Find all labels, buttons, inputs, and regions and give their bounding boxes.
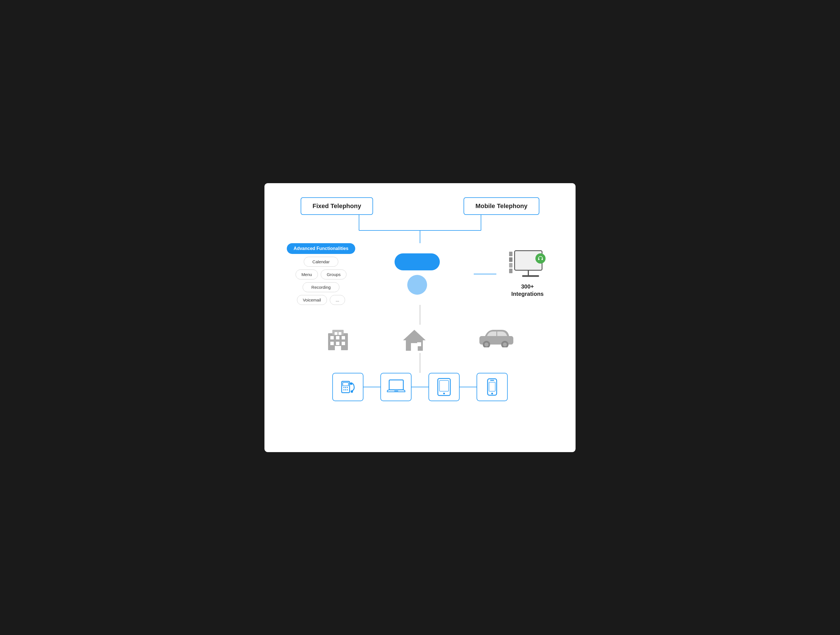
monitor-base [522,275,539,277]
adv-calendar-row: Calendar [304,257,339,267]
svg-point-22 [503,342,507,347]
monitor-screen [514,250,542,271]
chip-recording[interactable]: Recording [303,282,339,292]
adv-recording-row: Recording [303,282,339,292]
svg-rect-9 [336,342,339,345]
book-1 [509,252,513,256]
tablet-icon [437,378,452,396]
svg-rect-41 [489,382,495,391]
device-row [281,373,559,401]
svg-point-27 [347,387,348,388]
svg-rect-17 [417,342,421,346]
location-car [478,328,515,353]
fixed-telephony-label: Fixed Telephony [313,203,361,209]
svg-rect-33 [389,380,403,390]
chip-calendar[interactable]: Calendar [304,257,339,267]
monitor-container [509,250,546,280]
svg-rect-8 [330,342,334,345]
adv-menu-groups-row: Menu Groups [295,269,347,279]
chip-more[interactable]: ... [330,295,345,305]
device-mobile-phone [477,373,508,401]
svg-rect-13 [335,332,338,335]
svg-rect-34 [394,391,398,391]
right-section: 300+ Integrations [474,250,559,298]
svg-point-28 [343,389,344,390]
location-home [402,328,427,353]
headphone-icon [537,255,543,261]
middle-section: Advanced Functionalities Calendar Menu G… [281,243,559,305]
svg-rect-6 [336,336,339,339]
device-laptop [381,373,412,401]
svg-rect-37 [439,380,448,391]
integration-label: 300+ Integrations [512,283,543,298]
device-tablet [428,373,459,401]
chip-groups[interactable]: Groups [321,269,346,279]
integration-box: 300+ Integrations [496,250,559,298]
location-row [281,328,559,353]
adv-panel: Advanced Functionalities Calendar Menu G… [281,243,361,305]
svg-rect-31 [350,382,352,385]
svg-rect-14 [339,332,341,335]
device-connector-3 [459,387,477,387]
svg-rect-12 [332,330,344,335]
location-office [325,328,351,353]
svg-rect-32 [351,390,353,393]
blue-pill [395,253,440,270]
device-desk-phone [332,373,363,401]
building-icon [325,328,351,353]
device-connector-1 [363,387,381,387]
svg-point-39 [491,393,493,394]
book-spines [509,252,513,273]
monitor-stand [528,271,529,275]
adv-title: Advanced Functionalities [287,243,355,254]
book-3 [509,263,513,268]
mobile-phone-icon [487,378,497,396]
horiz-blue-line [474,274,496,274]
chip-voicemail[interactable]: Voicemail [297,295,327,305]
center-section [395,253,440,295]
bottom-vert-connector [420,353,420,373]
svg-rect-24 [343,382,349,386]
book-4 [509,269,513,273]
car-icon [478,328,515,347]
svg-rect-16 [411,343,418,351]
main-diagram: Fixed Telephony Mobile Telephony Advance… [264,183,576,452]
adv-voicemail-row: Voicemail ... [297,295,345,305]
mobile-telephony-label: Mobile Telephony [475,203,527,209]
svg-point-25 [343,387,344,388]
chip-menu[interactable]: Menu [295,269,318,279]
mid-vert-connector [420,305,420,325]
svg-rect-7 [342,336,345,339]
blue-circle [407,275,427,295]
green-badge [535,253,546,264]
device-connector-2 [412,387,428,387]
home-icon [402,328,427,353]
svg-point-30 [347,389,348,390]
svg-point-29 [345,389,346,390]
top-connector [281,215,559,243]
desk-phone-icon [339,378,356,396]
laptop-icon [387,379,405,395]
fixed-telephony-box: Fixed Telephony [301,197,373,215]
svg-point-36 [443,393,445,394]
svg-point-26 [345,387,346,388]
svg-point-20 [485,342,488,347]
mobile-telephony-box: Mobile Telephony [464,197,539,215]
svg-rect-10 [342,342,345,345]
svg-rect-40 [490,380,494,381]
top-row: Fixed Telephony Mobile Telephony [281,197,559,215]
svg-rect-11 [335,346,341,350]
book-2 [509,257,513,262]
svg-rect-5 [330,336,334,339]
